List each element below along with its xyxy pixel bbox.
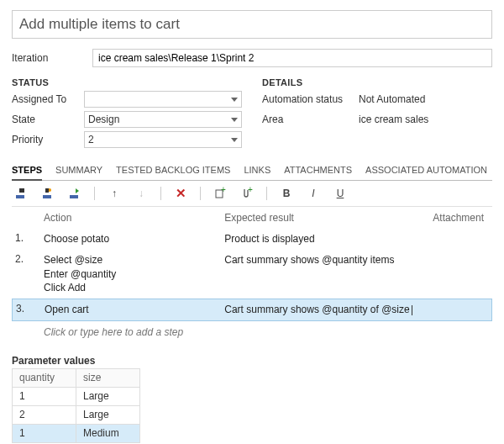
- step-row[interactable]: 2.Select @sizeEnter @quantityClick AddCa…: [12, 250, 492, 299]
- steps-columns-header: Action Expected result Attachment: [12, 207, 492, 229]
- param-row[interactable]: 1Medium: [13, 424, 140, 442]
- tab-bar: STEPSSUMMARYTESTED BACKLOG ITEMSLINKSATT…: [12, 161, 492, 181]
- svg-rect-4: [45, 188, 49, 193]
- expected-col-header: Expected result: [224, 212, 422, 224]
- tab-associated-automation[interactable]: ASSOCIATED AUTOMATION: [365, 161, 487, 180]
- svg-rect-2: [43, 195, 51, 198]
- bold-button[interactable]: B: [279, 186, 294, 201]
- underline-button[interactable]: U: [333, 186, 348, 201]
- italic-button[interactable]: I: [306, 186, 321, 201]
- param-cell-quantity[interactable]: 1: [13, 424, 76, 442]
- priority-dropdown[interactable]: 2: [84, 131, 242, 148]
- param-cell-size[interactable]: Large: [76, 387, 140, 405]
- insert-shared-step-icon[interactable]: [40, 186, 55, 201]
- separator: [200, 187, 201, 200]
- param-col-quantity: quantity: [13, 368, 76, 387]
- svg-rect-5: [70, 195, 78, 198]
- tab-tested-backlog-items[interactable]: TESTED BACKLOG ITEMS: [116, 161, 230, 180]
- automation-status-label: Automation status: [262, 93, 354, 105]
- details-header: DETAILS: [262, 77, 492, 87]
- delete-icon[interactable]: ✕: [173, 186, 188, 201]
- step-row[interactable]: 1.Choose potatoProduct is displayed: [12, 229, 492, 250]
- priority-label: Priority: [12, 134, 84, 145]
- svg-rect-0: [16, 195, 24, 198]
- move-down-icon[interactable]: ↓: [134, 186, 149, 201]
- tab-attachments[interactable]: ATTACHMENTS: [284, 161, 352, 180]
- parameter-values-table: quantitysize 1Large2Large1Medium: [12, 368, 140, 443]
- chevron-down-icon: [231, 138, 238, 142]
- add-parameter-icon[interactable]: +: [213, 186, 228, 201]
- param-cell-quantity[interactable]: 1: [13, 387, 76, 405]
- param-cell-size[interactable]: Medium: [76, 424, 140, 442]
- step-number: 1.: [15, 232, 44, 244]
- steps-toolbar: ↑ ↓ ✕ + + B I U: [12, 181, 492, 207]
- step-row[interactable]: 3.Open cartCart summary shows @quantity …: [12, 299, 492, 321]
- insert-step-icon[interactable]: [13, 186, 29, 201]
- step-expected-cell[interactable]: Cart summary shows @quantity of @size: [224, 303, 421, 317]
- step-action-cell[interactable]: Choose potato: [44, 232, 224, 246]
- separator: [266, 187, 267, 200]
- state-label: State: [12, 114, 84, 125]
- param-cell-quantity[interactable]: 2: [13, 405, 76, 424]
- step-action-cell[interactable]: Select @sizeEnter @quantityClick Add: [44, 253, 224, 295]
- assigned-to-label: Assigned To: [12, 93, 84, 105]
- param-cell-size[interactable]: Large: [76, 405, 140, 424]
- iteration-input[interactable]: [92, 49, 492, 67]
- status-header: STATUS: [12, 77, 242, 87]
- param-col-size: size: [76, 368, 140, 387]
- step-expected-cell[interactable]: Product is displayed: [224, 232, 422, 246]
- area-dropdown[interactable]: ice cream sales: [354, 111, 492, 128]
- automation-status-dropdown[interactable]: Not Automated: [354, 91, 492, 108]
- step-expected-cell[interactable]: Cart summary shows @quantity items: [224, 253, 422, 267]
- step-number: 3.: [16, 303, 45, 314]
- add-attachment-icon[interactable]: +: [239, 186, 255, 201]
- attachment-col-header: Attachment: [422, 212, 489, 224]
- param-row[interactable]: 1Large: [13, 387, 140, 405]
- add-step-placeholder[interactable]: Click or type here to add a step: [12, 321, 492, 343]
- param-row[interactable]: 2Large: [13, 405, 140, 424]
- svg-text:+: +: [248, 187, 253, 194]
- assigned-to-dropdown[interactable]: [84, 91, 242, 108]
- state-dropdown[interactable]: Design: [84, 111, 242, 128]
- svg-rect-1: [19, 188, 24, 193]
- tab-steps[interactable]: STEPS: [12, 161, 42, 180]
- separator: [160, 187, 161, 200]
- tab-links[interactable]: LINKS: [244, 161, 270, 180]
- chevron-down-icon: [231, 118, 238, 122]
- iteration-label: Iteration: [12, 52, 84, 64]
- chevron-down-icon: [231, 98, 238, 102]
- tab-summary[interactable]: SUMMARY: [55, 161, 102, 180]
- action-col-header: Action: [44, 212, 224, 224]
- step-action-cell[interactable]: Open cart: [45, 303, 224, 317]
- create-shared-steps-icon[interactable]: [67, 186, 82, 201]
- svg-text:+: +: [221, 187, 226, 194]
- title-input[interactable]: [12, 10, 492, 39]
- parameter-values-header: Parameter values: [12, 355, 492, 367]
- move-up-icon[interactable]: ↑: [107, 186, 122, 201]
- separator: [94, 187, 95, 200]
- area-label: Area: [262, 114, 354, 125]
- step-number: 2.: [15, 253, 44, 265]
